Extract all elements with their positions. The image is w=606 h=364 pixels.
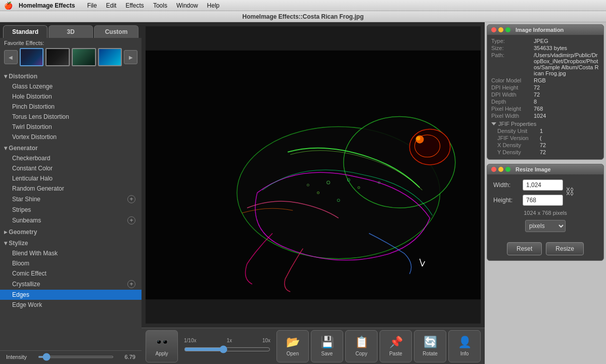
menubar: 🍎 HomeImage Effects File Edit Effects To…	[0, 0, 606, 11]
save-icon: 💾	[320, 336, 334, 349]
right-panels: Image Information Type: JPEG Size: 35463…	[485, 22, 606, 364]
copy-icon: 📋	[355, 336, 368, 349]
pixel-width-key: Pixel Width	[491, 113, 532, 119]
resize-window-dots	[491, 167, 510, 172]
menu-effects[interactable]: Effects	[121, 1, 148, 10]
effect-random-generator[interactable]: Random Generator	[0, 184, 142, 194]
effect-hole-distortion[interactable]: Hole Distortion	[0, 92, 142, 102]
zoom-min-label: 1/10x	[184, 338, 196, 343]
effect-lenticular-halo[interactable]: Lenticular Halo	[0, 173, 142, 184]
thumb-2[interactable]	[45, 48, 70, 66]
effect-constant-color[interactable]: Constant Color	[0, 163, 142, 173]
menu-items: File Edit Effects Tools Window Help	[83, 1, 223, 10]
star-shine-plus[interactable]: +	[127, 195, 135, 203]
canvas-area	[146, 26, 481, 324]
rotate-button[interactable]: 🔄 Rotate	[414, 330, 446, 362]
image-info-title: Image Information	[516, 27, 564, 33]
copy-button[interactable]: 📋 Copy	[345, 330, 378, 362]
effect-edges[interactable]: Edges	[0, 290, 142, 300]
x-density-row: X Density 72	[491, 142, 599, 148]
width-input[interactable]	[523, 179, 563, 191]
menu-edit[interactable]: Edit	[102, 1, 121, 10]
save-label: Save	[321, 351, 333, 356]
tab-custom[interactable]: Custom	[94, 25, 138, 38]
open-button[interactable]: 📂 Open	[276, 330, 309, 362]
zoom-slider-container	[184, 345, 270, 355]
prev-thumb-btn[interactable]: ◀	[4, 50, 18, 64]
save-button[interactable]: 💾 Save	[311, 330, 343, 362]
intensity-slider[interactable]	[38, 356, 114, 358]
image-info-titlebar: Image Information	[487, 25, 603, 35]
resize-button[interactable]: Resize	[546, 242, 584, 255]
resize-title: Resize Image	[516, 166, 551, 172]
category-geometry: ▸ Geometry	[0, 226, 142, 237]
dpi-width-key: DPI Width	[491, 92, 532, 98]
reset-button[interactable]: Reset	[507, 242, 542, 255]
effect-star-shine[interactable]: Star Shine +	[0, 194, 142, 205]
jfif-version-row: JFIF Version (	[491, 135, 599, 141]
apple-logo: 🍎	[4, 2, 13, 10]
effect-pinch-distortion[interactable]: Pinch Distortion	[0, 102, 142, 112]
resize-dot-yellow[interactable]	[498, 167, 503, 172]
menu-tools[interactable]: Tools	[149, 1, 171, 10]
zoom-slider[interactable]	[184, 345, 270, 353]
zoom-mid-label: 1x	[226, 338, 232, 343]
effect-crystallize[interactable]: Crystallize +	[0, 279, 142, 290]
tab-bar: Standard 3D Custom	[0, 22, 142, 38]
crystallize-plus[interactable]: +	[127, 280, 135, 288]
effect-torus-lens[interactable]: Torus Lens Distortion	[0, 112, 142, 122]
jfif-triangle	[491, 122, 496, 125]
thumbnails-row: ◀ ▶	[4, 48, 137, 66]
info-path-val: /Users/vladimirp/Public/DropBox_iNet/Dro…	[534, 52, 599, 76]
next-thumb-btn[interactable]: ▶	[124, 50, 137, 64]
tab-standard[interactable]: Standard	[3, 25, 48, 38]
dot-yellow[interactable]	[498, 27, 503, 32]
effect-edge-work[interactable]: Edge Work	[0, 300, 142, 310]
effect-glass-lozenge[interactable]: Glass Lozenge	[0, 81, 142, 92]
paste-button[interactable]: 📌 Paste	[380, 330, 412, 362]
dot-red[interactable]	[491, 27, 496, 32]
density-unit-row: Density Unit 1	[491, 128, 599, 134]
info-label: Info	[460, 351, 469, 356]
apply-icon: 🕶️	[155, 336, 169, 349]
thumb-1[interactable]	[20, 48, 44, 66]
width-label: Width:	[493, 181, 519, 189]
height-input[interactable]	[523, 195, 563, 206]
zoom-bar: 1/10x 1x 10x	[180, 338, 274, 355]
info-button[interactable]: 👤 Info	[448, 330, 481, 362]
effect-vortex[interactable]: Vortex Distortion	[0, 132, 142, 142]
effect-blend-with-mask[interactable]: Blend With Mask	[0, 248, 142, 258]
thumb-4[interactable]	[98, 48, 122, 66]
menu-window[interactable]: Window	[172, 1, 202, 10]
intensity-bar: Intensity 6.79	[0, 350, 142, 364]
dpi-height-row: DPI Height 72	[491, 84, 599, 90]
effect-bloom[interactable]: Bloom	[0, 258, 142, 268]
info-size-row: Size: 354633 bytes	[491, 45, 599, 51]
menu-help[interactable]: Help	[203, 1, 224, 10]
image-info-content: Type: JPEG Size: 354633 bytes Path: /Use…	[487, 35, 603, 159]
intensity-value: 6.79	[118, 354, 135, 360]
info-size-val: 354633 bytes	[534, 45, 567, 51]
resize-dot-green[interactable]	[505, 167, 510, 172]
link-icon[interactable]: ⛓	[566, 184, 574, 200]
effect-comic-effect[interactable]: Comic Effect	[0, 268, 142, 279]
resize-dot-red[interactable]	[491, 167, 496, 172]
info-type-key: Type:	[491, 38, 532, 44]
window-dots	[491, 27, 510, 32]
thumb-3[interactable]	[72, 48, 96, 66]
zoom-labels: 1/10x 1x 10x	[184, 338, 270, 343]
menu-file[interactable]: File	[83, 1, 101, 10]
pixel-width-row: Pixel Width 1024	[491, 113, 599, 119]
dot-green[interactable]	[505, 27, 510, 32]
intensity-label: Intensity	[6, 354, 34, 360]
effect-checkerboard[interactable]: Checkerboard	[0, 153, 142, 163]
apply-button[interactable]: 🕶️ Apply	[146, 330, 178, 362]
sunbeams-plus[interactable]: +	[127, 216, 135, 224]
resize-buttons: Reset Resize	[493, 242, 597, 255]
unit-select[interactable]: pixels inches cm mm %	[525, 220, 566, 232]
effect-sunbeams[interactable]: Sunbeams +	[0, 215, 142, 226]
effect-twirl[interactable]: Twirl Distortion	[0, 122, 142, 132]
effect-stripes[interactable]: Stripes	[0, 205, 142, 215]
tab-3d[interactable]: 3D	[49, 25, 93, 38]
center-panel: 🕶️ Apply 1/10x 1x 10x 📂 Open	[142, 22, 485, 364]
